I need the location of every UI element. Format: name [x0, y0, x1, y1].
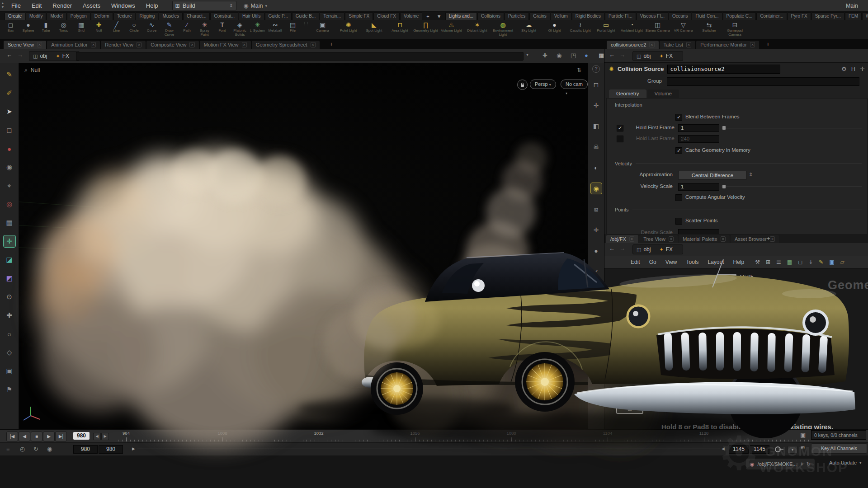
environment-light-tool[interactable]: ◍Environment Light [490, 20, 516, 39]
gamepad-camera-tool[interactable]: ⊟Gamepad Camera [722, 20, 748, 39]
circle-tool[interactable]: ○Circle [125, 20, 143, 39]
menu-help[interactable]: Help [141, 0, 163, 12]
camera-view-icon[interactable]: ▣ [4, 365, 15, 377]
item-particle-fl-[interactable]: Particle Fl... [605, 12, 636, 20]
scatter-checkbox[interactable] [675, 218, 682, 225]
tools-icon[interactable]: ⚒ [755, 259, 760, 265]
go-start-button[interactable]: |◀ [6, 432, 18, 441]
torus-tool[interactable]: ◎Torus [55, 20, 72, 39]
curve-tool[interactable]: ∿Curve [143, 20, 160, 39]
crosshair-icon[interactable]: ✛ [860, 66, 865, 72]
tree-icon[interactable]: ⊞ [766, 259, 770, 265]
item-particles[interactable]: Particles [505, 12, 529, 20]
item-model[interactable]: Model [47, 12, 66, 20]
path-chip-fx[interactable]: ✦FX [659, 246, 673, 253]
item-populate-c-[interactable]: Populate C... [723, 12, 756, 20]
stop-button[interactable]: ■ [31, 432, 42, 441]
key-all-channels-button[interactable]: Key All Channels [811, 443, 867, 454]
back-button[interactable]: ← [609, 245, 615, 252]
item-container-[interactable]: Container... [756, 12, 787, 20]
item-fem[interactable]: FEM [845, 12, 862, 20]
key-options-caret[interactable]: ▾ [788, 446, 797, 454]
file-tool[interactable]: ▤File [284, 20, 302, 39]
realtime-icon[interactable]: ◴ [20, 446, 25, 452]
tab-geometry[interactable]: Geometry [609, 89, 646, 98]
dot-icon[interactable]: ● [591, 245, 602, 256]
lock-view-icon[interactable]: ◧ [591, 121, 602, 131]
loop-icon[interactable]: ↻ [33, 446, 38, 452]
wire-icon[interactable]: ⌁ [591, 287, 602, 298]
forward-button[interactable]: → [619, 52, 625, 58]
snapshot-icon[interactable]: ◳ [571, 52, 576, 59]
lock-camera-toggle[interactable] [517, 80, 528, 90]
path-chip-obj[interactable]: ◫obj [33, 53, 47, 59]
tab-geometry-spreadsheet[interactable]: Geometry Spreadsheet× [252, 41, 320, 49]
ring-icon[interactable]: ◎ [4, 198, 15, 210]
forward-button[interactable]: → [619, 245, 625, 252]
distant-light-tool[interactable]: ✶Distant Light [464, 20, 490, 39]
tab-performance-monitor[interactable]: Performance Monitor× [696, 41, 759, 49]
item-hair-utils[interactable]: Hair Utils [239, 12, 264, 20]
handle-icon[interactable]: ✛ [591, 225, 602, 235]
blend-checkbox[interactable]: ✓ [675, 114, 682, 121]
velocity-scale-slider[interactable] [722, 187, 862, 187]
add-net-tab-button[interactable]: + [764, 235, 774, 242]
go-end-button[interactable]: ▶| [55, 432, 67, 441]
add-param-tab-button[interactable]: + [763, 41, 773, 47]
item-rigging[interactable]: Rigging [136, 12, 158, 20]
item-deform[interactable]: Deform [91, 12, 113, 20]
target-icon[interactable]: ◉ [4, 161, 15, 173]
play-back-button[interactable]: ◀ [19, 432, 30, 441]
tube-tool[interactable]: ▮Tube [37, 20, 55, 39]
radial-icon[interactable]: ◉ [557, 52, 561, 59]
draw-curve-tool[interactable]: ✎Draw Curve [160, 20, 178, 39]
box-select-icon[interactable]: ◻ [4, 124, 15, 136]
group-field[interactable] [667, 77, 859, 86]
current-frame-field[interactable]: 980 [73, 432, 90, 440]
hold-last-checkbox[interactable] [617, 136, 623, 142]
link-dot-icon[interactable]: ● [585, 52, 588, 59]
hold-first-checkbox[interactable]: ✓ [617, 125, 623, 131]
audio-icon[interactable]: ◉ [47, 446, 52, 452]
net-menu-tools[interactable]: Tools [682, 259, 703, 265]
shade-mode-icon[interactable]: ◐ [591, 162, 602, 173]
box-tool[interactable]: ◻Box [2, 20, 19, 39]
motion-path-icon[interactable]: ≋ [800, 444, 805, 451]
ambient-light-tool[interactable]: ◔Ambient Light [619, 20, 645, 39]
move-tool-icon[interactable]: ✛ [4, 235, 15, 247]
tab-scene-view[interactable]: Scene View× [4, 41, 46, 49]
snap-icon[interactable]: ⌖ [4, 180, 15, 192]
item-volume[interactable]: Volume [400, 12, 422, 20]
grid-view-icon[interactable]: ▦ [787, 259, 792, 265]
anim-options-icon[interactable]: ≡ [6, 446, 10, 452]
path-chip-fx[interactable]: ✦FX [659, 53, 673, 59]
sky-light-tool[interactable]: ☁Sky Light [516, 20, 542, 39]
refresh-icon[interactable]: ↻ [807, 461, 811, 467]
stow-icon[interactable]: ▩ [599, 52, 604, 59]
global-start-field[interactable]: 980 [73, 445, 98, 454]
houdini-badge-icon[interactable]: H [851, 66, 855, 72]
hold-first-slider[interactable] [722, 128, 862, 128]
path-tool[interactable]: ∕Path [178, 20, 196, 39]
path-field[interactable] [76, 52, 524, 61]
spot-light-tool[interactable]: ◣Spot Light [361, 20, 387, 39]
vr-camera-tool[interactable]: ▽VR Camera [670, 20, 696, 39]
tab-take-list[interactable]: Take List× [660, 41, 696, 49]
param-path-chips[interactable]: ◫obj✦FX [632, 51, 683, 61]
diamond-tool-icon[interactable]: ◇ [4, 347, 15, 358]
shelf-collapse-arrows[interactable]: ▲▼ [0, 1, 5, 9]
item-charact-[interactable]: Charact... [183, 12, 210, 20]
hold-first-field[interactable]: 1 [678, 124, 719, 132]
item-oceans[interactable]: Oceans [669, 12, 691, 20]
frame-box-icon[interactable]: ⧈ [591, 204, 602, 215]
item-pyro-fx[interactable]: Pyro FX [788, 12, 811, 20]
item-texture[interactable]: Texture [113, 12, 136, 20]
selection-mode-icon[interactable]: ◻ [591, 79, 602, 90]
tab-animation-editor[interactable]: Animation Editor× [47, 41, 100, 49]
grid-snap-icon[interactable]: ▦ [4, 217, 15, 229]
forward-button[interactable]: → [17, 52, 23, 58]
desktop-selector[interactable]: ⊞ Build ⇕ [172, 1, 236, 10]
handles-icon[interactable]: ✚ [4, 310, 15, 321]
folder-icon[interactable]: ▱ [840, 259, 844, 265]
tab-motion-fx-view[interactable]: Motion FX View× [200, 41, 251, 49]
